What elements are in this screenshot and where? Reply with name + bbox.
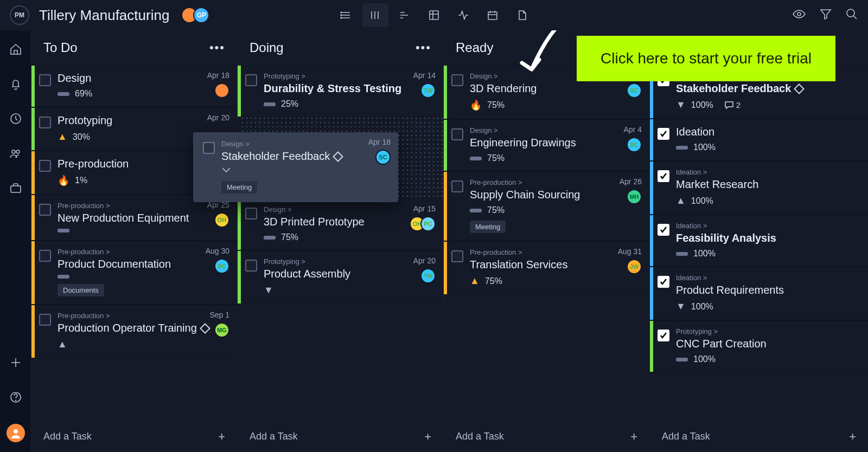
- task-checkbox[interactable]: [245, 260, 257, 272]
- task-checkbox[interactable]: [245, 208, 257, 219]
- task-checkbox[interactable]: [451, 180, 463, 192]
- task-date: Aug 30: [206, 247, 229, 255]
- card-stripe: [31, 305, 35, 358]
- task-card[interactable]: Design >3D Printed Prototype75%Apr 15OHP…: [238, 198, 443, 250]
- svg-rect-4: [488, 12, 497, 20]
- current-user-avatar[interactable]: [7, 424, 25, 442]
- visibility-icon[interactable]: [792, 7, 806, 23]
- task-checkbox[interactable]: [39, 74, 51, 86]
- task-card[interactable]: Ideation100%: [650, 119, 868, 161]
- task-card[interactable]: Ideation >Market Research▲100%: [650, 161, 868, 215]
- task-card[interactable]: Design >Engineering Drawings75%Apr 4SC: [444, 119, 649, 171]
- task-checkbox[interactable]: [39, 314, 51, 326]
- card-stripe: [31, 195, 35, 240]
- recent-icon[interactable]: [8, 111, 24, 127]
- task-card[interactable]: Pre-production >Translation Services▲75%…: [444, 241, 649, 295]
- svg-point-6: [847, 9, 854, 17]
- task-meta: 75%: [470, 153, 642, 163]
- view-gantt-icon[interactable]: [392, 3, 418, 27]
- task-checkbox[interactable]: [658, 330, 669, 341]
- help-icon[interactable]: [8, 389, 24, 405]
- task-date: Apr 15: [410, 204, 436, 213]
- task-date: Apr 20: [413, 256, 436, 265]
- svg-point-1: [341, 15, 342, 16]
- dragging-card[interactable]: Design > Stakeholder Feedback Meeting Ap…: [193, 132, 398, 202]
- top-bar: PM Tillery Manufacturing GP: [0, 0, 868, 30]
- card-stripe: [650, 162, 653, 214]
- card-list: Design >3D Rendering🔥75%Apr 6SCDesign >E…: [444, 65, 649, 421]
- task-meta: 100%: [676, 354, 860, 364]
- filter-icon[interactable]: [819, 8, 832, 23]
- task-checkbox[interactable]: [451, 128, 463, 140]
- task-checkbox[interactable]: [39, 160, 51, 172]
- task-checkbox[interactable]: [658, 224, 669, 236]
- task-checkbox[interactable]: [658, 170, 669, 182]
- add-task-button[interactable]: Add a Task+: [444, 421, 649, 452]
- task-checkbox[interactable]: [203, 142, 215, 154]
- task-tag: Meeting: [470, 221, 506, 233]
- add-icon[interactable]: [8, 354, 24, 371]
- task-card[interactable]: Pre-production >Product DocumentationDoc…: [31, 241, 237, 305]
- task-card[interactable]: Ideation >Feasibility Analysis100%: [650, 215, 868, 267]
- task-progress: 100%: [691, 302, 713, 312]
- task-checkbox[interactable]: [39, 204, 51, 216]
- task-card[interactable]: Prototyping >Product Assembly▼Apr 20TW: [238, 250, 443, 304]
- task-breadcrumb: Prototyping >: [676, 327, 860, 335]
- svg-point-12: [15, 401, 16, 401]
- view-calendar-icon[interactable]: [480, 3, 506, 27]
- view-files-icon[interactable]: [509, 3, 535, 27]
- task-progress: 69%: [75, 89, 92, 99]
- task-checkbox[interactable]: [39, 250, 51, 262]
- task-checkbox[interactable]: [658, 128, 669, 140]
- app-logo[interactable]: PM: [10, 5, 29, 25]
- view-sheet-icon[interactable]: [421, 3, 447, 27]
- column-menu-icon[interactable]: •••: [416, 41, 431, 55]
- team-icon[interactable]: [8, 145, 24, 162]
- task-meta: 🔥75%: [470, 99, 642, 111]
- task-card[interactable]: Pre-production >Production Operator Trai…: [31, 305, 237, 358]
- task-checkbox[interactable]: [451, 250, 463, 262]
- column-header: To Do•••: [31, 30, 237, 65]
- task-card[interactable]: Ideation >Product Requirements▼100%: [650, 267, 868, 320]
- task-card[interactable]: Pre-production >Supply Chain Sourcing75%…: [444, 171, 649, 241]
- column-menu-icon[interactable]: •••: [209, 41, 225, 55]
- notifications-icon[interactable]: [8, 76, 24, 92]
- comments-count[interactable]: 2: [724, 100, 741, 109]
- add-task-button[interactable]: Add a Task+: [31, 421, 237, 452]
- task-card[interactable]: Prototyping >CNC Part Creation100%: [650, 320, 868, 372]
- progress-bar-icon: [470, 157, 482, 160]
- view-board-icon[interactable]: [362, 3, 388, 27]
- task-card[interactable]: Prototyping >Durability & Stress Testing…: [238, 65, 443, 117]
- member-avatar[interactable]: GP: [193, 7, 209, 23]
- project-members[interactable]: GP: [181, 7, 209, 23]
- task-checkbox[interactable]: [658, 276, 669, 288]
- task-meta: ▲100%: [676, 195, 860, 206]
- view-list-icon[interactable]: [333, 3, 359, 27]
- cta-banner[interactable]: Click here to start your free trial: [577, 36, 835, 81]
- task-checkbox[interactable]: [451, 74, 463, 86]
- portfolio-icon[interactable]: [8, 180, 24, 196]
- add-task-button[interactable]: Add a Task+: [650, 421, 868, 452]
- card-list: Ideation >Stakeholder Feedback▼100% 2Ide…: [650, 65, 868, 421]
- add-task-button[interactable]: Add a Task+: [238, 421, 443, 452]
- column-title: To Do: [43, 40, 78, 55]
- view-activity-icon[interactable]: [450, 3, 476, 27]
- home-icon[interactable]: [8, 41, 24, 57]
- task-right-meta: Apr 18: [207, 71, 229, 98]
- task-right-meta: Aug 31JW: [618, 247, 642, 274]
- task-checkbox[interactable]: [245, 74, 257, 86]
- add-task-label: Add a Task: [250, 431, 298, 442]
- add-task-label: Add a Task: [456, 431, 504, 442]
- task-title: Supply Chain Sourcing: [470, 189, 642, 201]
- task-title: Engineering Drawings: [470, 137, 642, 149]
- task-title: Market Research: [676, 178, 860, 191]
- task-meta: ▼100%: [676, 301, 860, 312]
- card-stripe: [650, 267, 653, 320]
- task-checkbox[interactable]: [39, 117, 51, 128]
- task-breadcrumb: Ideation >: [676, 168, 860, 176]
- task-card[interactable]: Design69%Apr 18: [31, 65, 237, 107]
- priority-down-icon: ▼: [676, 99, 686, 111]
- task-right-meta: Apr 26MH: [620, 177, 642, 204]
- search-icon[interactable]: [845, 8, 858, 23]
- svg-point-8: [12, 150, 15, 153]
